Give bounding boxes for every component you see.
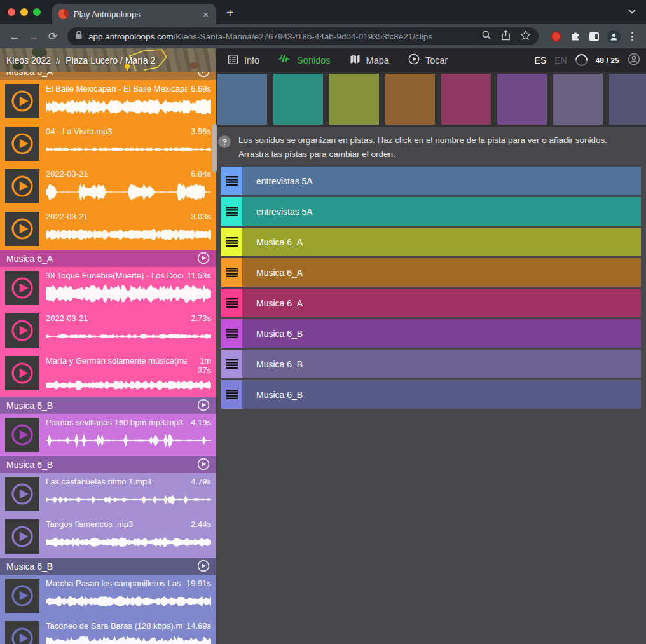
track-row[interactable]: Musica 6_B	[221, 319, 641, 348]
track-row[interactable]: Musica 6_B	[221, 350, 641, 378]
clip-waveform	[46, 430, 211, 451]
browser-tab[interactable]: Play Antropoloops ×	[52, 4, 216, 24]
tab-close-icon[interactable]: ×	[202, 10, 210, 19]
tab-sonidos-label: Sonidos	[297, 55, 330, 65]
reload-button[interactable]: ⟳	[45, 31, 61, 42]
section-expand-icon[interactable]	[197, 559, 210, 574]
new-tab-button[interactable]: +	[226, 6, 234, 19]
track-name[interactable]: Musica 6_A	[242, 289, 641, 317]
clip-play-button[interactable]	[5, 477, 39, 511]
track-drag-handle[interactable]	[221, 258, 242, 287]
clip-duration: 11.53s	[187, 271, 211, 281]
clip-play-button[interactable]	[5, 356, 39, 390]
clip-play-button[interactable]	[5, 84, 39, 118]
section-expand-icon[interactable]	[197, 458, 210, 472]
section-header[interactable]: Musica 6_A	[0, 72, 216, 80]
track-drag-handle[interactable]	[221, 228, 242, 256]
section-expand-icon[interactable]	[197, 399, 210, 413]
clip-play-button[interactable]	[5, 579, 39, 613]
tab-info[interactable]: Info	[228, 54, 259, 67]
tab-tocar[interactable]: Tocar	[408, 53, 448, 67]
bookmark-star-icon[interactable]	[520, 30, 531, 43]
section-expand-icon[interactable]	[197, 72, 210, 79]
clip-play-button[interactable]	[5, 127, 39, 161]
timeline-track-swatch	[273, 74, 323, 125]
clip-play-button[interactable]	[5, 418, 39, 452]
clip-waveform	[46, 378, 211, 393]
tab-mapa[interactable]: Mapa	[350, 54, 389, 66]
browser-menu-icon[interactable]	[629, 32, 636, 41]
audio-clip: Marcha Pasan los campanilleros Las Mejor…	[0, 575, 216, 617]
lang-es-button[interactable]: ES	[535, 55, 547, 65]
clip-body: 2022-03-21 2.73s	[46, 313, 211, 348]
close-window-button[interactable]	[8, 8, 15, 16]
clip-play-button[interactable]	[5, 271, 39, 305]
tab-search-chevron-icon[interactable]	[628, 5, 636, 17]
clip-duration: 4.79s	[191, 477, 211, 487]
track-name[interactable]: Musica 6_A	[242, 228, 641, 256]
track-name[interactable]: Musica 6_B	[242, 319, 641, 348]
track-drag-handle[interactable]	[221, 380, 242, 409]
audio-clip: María y Germán solamente música(maría 2.…	[0, 352, 216, 397]
track-name[interactable]: Musica 6_A	[242, 258, 641, 287]
breadcrumb-separator: //	[56, 56, 60, 65]
clip-body: Las castañuelas ritmo 1.mp3 4.79s	[46, 477, 211, 511]
section-clips: Las castañuelas ritmo 1.mp3 4.79s Tangos…	[0, 473, 216, 558]
section-header[interactable]: Musica 6_B	[0, 397, 216, 414]
track-row[interactable]: entrevistas 5A	[221, 167, 641, 195]
track-drag-handle[interactable]	[221, 167, 242, 195]
track-drag-handle[interactable]	[221, 319, 242, 348]
side-panel-icon[interactable]	[589, 32, 599, 41]
track-row[interactable]: Musica 6_B	[221, 380, 641, 409]
timeline-track-swatch	[385, 74, 435, 125]
clip-waveform	[46, 591, 211, 612]
extensions-puzzle-icon[interactable]	[570, 30, 581, 43]
lang-en-button[interactable]: EN	[554, 55, 567, 65]
track-row[interactable]: entrevistas 5A	[221, 197, 641, 226]
minimize-window-button[interactable]	[20, 8, 28, 16]
section-header[interactable]: Musica 6_B	[0, 558, 216, 575]
section-header[interactable]: Musica 6_B	[0, 456, 216, 473]
antropoloops-favicon-icon	[58, 9, 69, 19]
section-clips: Marcha Pasan los campanilleros Las Mejor…	[0, 575, 216, 644]
track-row[interactable]: Musica 6_A	[221, 228, 641, 256]
share-icon[interactable]	[501, 30, 511, 43]
clip-play-button[interactable]	[5, 621, 39, 644]
clip-body: 2022-03-21 3.03s	[46, 212, 211, 246]
forward-button[interactable]: →	[25, 31, 42, 42]
clip-name: 2022-03-21	[46, 169, 88, 179]
track-row[interactable]: Musica 6_A	[221, 289, 641, 317]
lock-icon[interactable]	[75, 31, 83, 43]
clip-duration: 14.69s	[186, 621, 211, 631]
clip-play-button[interactable]	[5, 519, 39, 554]
clip-play-button[interactable]	[5, 169, 39, 203]
section-expand-icon[interactable]	[197, 252, 210, 266]
address-bar[interactable]: app.antropoloops.com/Kleos-Santa-Marina/…	[67, 27, 539, 45]
clip-waveform	[46, 634, 211, 644]
section-header[interactable]: Musica 6_A	[0, 250, 216, 267]
clip-name: Marcha Pasan los campanilleros Las Mejor…	[46, 579, 182, 589]
clip-play-button[interactable]	[5, 313, 39, 348]
track-name[interactable]: Musica 6_B	[242, 380, 641, 409]
back-button[interactable]: ←	[6, 31, 23, 42]
track-name[interactable]: Musica 6_B	[242, 350, 641, 378]
track-drag-handle[interactable]	[221, 350, 242, 378]
clip-name: 04 - La Visita.mp3	[46, 127, 113, 137]
zoom-window-button[interactable]	[33, 8, 41, 16]
project-banner-photo[interactable]: Kleos 2022 // Plaza Lucero / María 2	[0, 48, 216, 72]
recording-indicator-icon[interactable]	[552, 32, 560, 41]
track-drag-handle[interactable]	[221, 289, 242, 317]
track-name[interactable]: entrevistas 5A	[242, 167, 641, 195]
clip-duration: 3.96s	[191, 127, 211, 137]
zoom-magnifier-icon[interactable]	[481, 30, 491, 43]
track-name[interactable]: entrevistas 5A	[242, 197, 641, 226]
project-name[interactable]: Kleos 2022	[6, 55, 51, 65]
track-row[interactable]: Musica 6_A	[221, 258, 641, 287]
tab-sonidos[interactable]: Sonidos	[278, 54, 330, 66]
account-icon[interactable]	[628, 53, 640, 68]
track-drag-handle[interactable]	[221, 197, 242, 226]
sidebar-scrollbar-thumb[interactable]	[212, 124, 217, 172]
help-infobox: ? Los sonidos se organizan en pistas. Ha…	[216, 127, 646, 165]
clip-play-button[interactable]	[5, 212, 39, 246]
browser-profile-avatar[interactable]	[607, 30, 621, 43]
